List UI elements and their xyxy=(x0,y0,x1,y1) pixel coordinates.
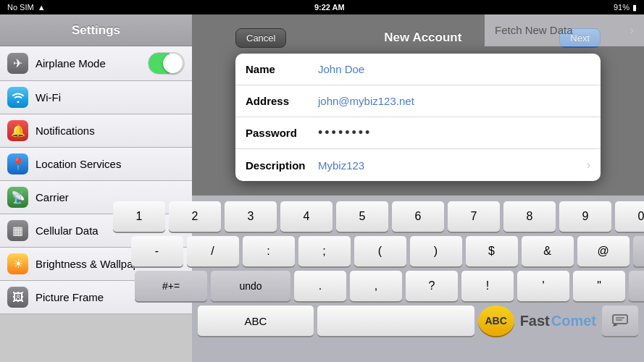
bottom-icons: ABC FastComet xyxy=(478,306,638,336)
key-slash[interactable]: / xyxy=(187,236,239,266)
form-label-name: Name xyxy=(246,63,318,75)
key-comma[interactable]: , xyxy=(350,271,402,301)
key-at[interactable]: @ xyxy=(577,236,630,266)
right-area: Cancel New Account Next Name John Doe Ad… xyxy=(192,14,644,362)
sidebar-item-airplane-label: Airplane Mode xyxy=(35,57,148,70)
right-chevron-0: › xyxy=(630,24,634,37)
airplane-icon: ✈ xyxy=(7,53,28,74)
status-left: No SIM ▲ xyxy=(7,3,46,12)
notifications-icon: 🔔 xyxy=(7,120,28,141)
key-abc[interactable]: ABC xyxy=(198,306,314,336)
cellular-icon: ▦ xyxy=(7,220,28,241)
key-4[interactable]: 4 xyxy=(280,201,333,232)
form-label-password: Password xyxy=(246,127,318,139)
key-colon[interactable]: : xyxy=(243,236,295,266)
key-space[interactable] xyxy=(317,306,474,336)
key-2[interactable]: 2 xyxy=(169,201,221,232)
description-chevron-icon: › xyxy=(587,159,590,172)
battery-label: 91% xyxy=(614,3,630,12)
form-label-description: Description xyxy=(246,159,318,172)
airplane-mode-toggle[interactable] xyxy=(148,52,185,75)
sidebar-header: Settings xyxy=(0,14,192,46)
key-8[interactable]: 8 xyxy=(503,201,556,232)
sidebar-title: Settings xyxy=(72,23,120,38)
key-exclamation[interactable]: ! xyxy=(461,271,514,301)
key-9[interactable]: 9 xyxy=(559,201,611,232)
wifi-icon: ▲ xyxy=(38,3,46,12)
key-question[interactable]: ? xyxy=(406,271,458,301)
fastcomet-logo: FastComet xyxy=(520,313,596,329)
key-7[interactable]: 7 xyxy=(448,201,500,232)
emoji-button[interactable]: ABC xyxy=(478,306,514,336)
carrier-icon: 📡 xyxy=(7,187,28,208)
sidebar-item-location-label: Location Services xyxy=(35,158,185,170)
sidebar-item-notifications-label: Notifications xyxy=(35,125,185,137)
key-1[interactable]: 1 xyxy=(113,201,165,232)
form-row-password: Password •••••••• xyxy=(235,117,601,149)
key-dollar[interactable]: $ xyxy=(466,236,518,266)
key-period[interactable]: . xyxy=(294,271,346,301)
fastcomet-comet: Comet xyxy=(551,313,596,329)
key-apostrophe[interactable]: ' xyxy=(517,271,569,301)
status-time: 9:22 AM xyxy=(314,3,345,12)
modal-overlay: Cancel New Account Next Name John Doe Ad… xyxy=(192,14,644,210)
brightness-icon: ☀ xyxy=(7,253,28,274)
key-open-paren[interactable]: ( xyxy=(354,236,406,266)
form-value-description[interactable]: Mybiz123 xyxy=(318,159,587,172)
location-icon: 📍 xyxy=(7,153,28,174)
key-dash[interactable]: - xyxy=(131,236,183,266)
right-list-label-0: Fetch New Data xyxy=(495,24,630,36)
fastcomet-fast: Fast xyxy=(520,313,550,329)
carrier-label: No SIM xyxy=(7,3,34,12)
abc-label: ABC xyxy=(245,315,267,327)
key-0[interactable]: 0 xyxy=(615,201,644,232)
form-value-address[interactable]: john@mybiz123.net xyxy=(318,95,590,107)
emoji-label: ABC xyxy=(485,315,506,327)
form-label-address: Address xyxy=(246,95,318,107)
sidebar-item-notifications[interactable]: 🔔 Notifications xyxy=(0,114,192,148)
key-quote[interactable]: " xyxy=(573,271,625,301)
sidebar: Settings ✈ Airplane Mode Wi-Fi 🔔 Notific… xyxy=(0,14,192,210)
key-return[interactable]: return xyxy=(633,236,645,266)
keyboard: 1 2 3 4 5 6 7 8 9 0 ⌫ - / : ; ( ) $ xyxy=(192,195,644,362)
modal-title: New Account xyxy=(384,30,461,45)
status-bar: No SIM ▲ 9:22 AM 91% ▮ xyxy=(0,0,644,14)
main-area: Settings ✈ Airplane Mode Wi-Fi 🔔 Notific… xyxy=(0,14,644,362)
keyboard-dismiss-button[interactable] xyxy=(602,306,638,336)
form-row-name: Name John Doe xyxy=(235,54,601,85)
toggle-knob xyxy=(163,54,183,73)
key-hash-plus-equals-left[interactable]: #+= xyxy=(135,271,207,301)
keyboard-row-symbols: - / : ; ( ) $ & @ return xyxy=(195,236,641,266)
form-value-name[interactable]: John Doe xyxy=(318,63,590,75)
form-row-description: Description Mybiz123 › xyxy=(235,149,601,181)
right-list-item-0[interactable]: Fetch New Data › xyxy=(485,14,644,46)
modal-cancel-button[interactable]: Cancel xyxy=(235,28,286,48)
sidebar-item-wifi[interactable]: Wi-Fi xyxy=(0,81,192,114)
form-row-address: Address john@mybiz123.net xyxy=(235,85,601,117)
picture-icon: 🖼 xyxy=(7,287,28,308)
battery-icon: ▮ xyxy=(632,3,637,12)
key-semicolon[interactable]: ; xyxy=(298,236,351,266)
modal-form: Name John Doe Address john@mybiz123.net … xyxy=(235,54,601,181)
keyboard-row-numbers: 1 2 3 4 5 6 7 8 9 0 ⌫ xyxy=(195,201,641,232)
key-ampersand[interactable]: & xyxy=(522,236,574,266)
keyboard-row-special: #+= undo . , ? ! ' " #+= xyxy=(195,271,641,301)
key-5[interactable]: 5 xyxy=(336,201,388,232)
key-3[interactable]: 3 xyxy=(225,201,277,232)
svg-rect-0 xyxy=(613,315,627,324)
key-close-paren[interactable]: ) xyxy=(410,236,462,266)
form-value-password[interactable]: •••••••• xyxy=(318,125,590,140)
sidebar-item-wifi-label: Wi-Fi xyxy=(35,91,185,104)
key-undo[interactable]: undo xyxy=(211,271,290,301)
sidebar-item-location-services[interactable]: 📍 Location Services xyxy=(0,148,192,181)
keyboard-bottom-row: ABC ABC FastComet xyxy=(195,306,641,336)
key-6[interactable]: 6 xyxy=(392,201,444,232)
sidebar-item-airplane-mode[interactable]: ✈ Airplane Mode xyxy=(0,46,192,81)
key-hash-plus-equals-right[interactable]: #+= xyxy=(629,271,644,301)
status-right: 91% ▮ xyxy=(614,3,637,12)
wifi-icon xyxy=(7,87,28,108)
